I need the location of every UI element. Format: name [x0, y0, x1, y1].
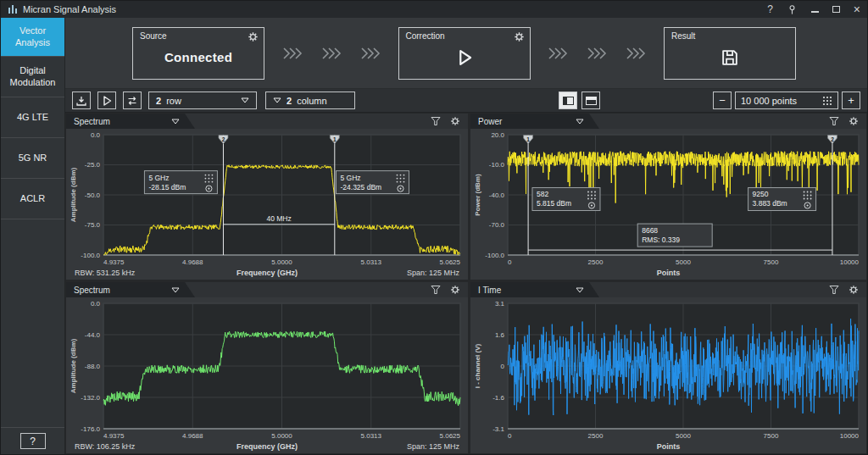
panel-title-tab[interactable]: Power — [470, 114, 599, 129]
layout-left-toggle[interactable] — [559, 92, 577, 109]
chevron-right-icon — [320, 47, 342, 60]
loop-icon — [126, 95, 138, 107]
sidebar-item-5g-nr[interactable]: 5G NR — [1, 138, 64, 179]
i-time-plot-area[interactable]: 3.11.60-1.6-3.1025005000750010000I - cha… — [470, 297, 866, 441]
panel-header-icons — [829, 285, 866, 295]
points-decrease-button[interactable]: − — [713, 92, 732, 109]
points-selector[interactable]: 10 000 points — [735, 92, 838, 109]
power-chart[interactable]: 20.0-10.0-40.0-70.0-100.0025005000750010… — [470, 129, 866, 267]
points-control-group: − 10 000 points + — [713, 92, 860, 109]
minimize-button[interactable] — [811, 7, 819, 13]
panel-header-icons — [829, 116, 866, 126]
spectrum2-plot-area[interactable]: 0.0-44.0-88.0-132.0-176.04.93754.96885.0… — [66, 297, 468, 441]
gear-icon[interactable] — [450, 116, 460, 126]
svg-text:3.883 dBm: 3.883 dBm — [753, 199, 787, 208]
source-box[interactable]: Source Connected — [132, 27, 264, 80]
svg-text:-1.6: -1.6 — [492, 394, 504, 402]
svg-text:5.0313: 5.0313 — [361, 432, 382, 440]
correction-box[interactable]: Correction — [398, 27, 531, 80]
chevron-down-icon[interactable] — [241, 97, 249, 103]
svg-text:1: 1 — [526, 136, 530, 142]
pin-button[interactable] — [787, 4, 798, 15]
spectrum2-chart[interactable]: 0.0-44.0-88.0-132.0-176.04.93754.96885.0… — [66, 297, 468, 441]
svg-text:2: 2 — [222, 136, 225, 142]
svg-text:2500: 2500 — [588, 258, 604, 266]
svg-text:0: 0 — [501, 363, 505, 370]
sidebar-item-label: 4G LTE — [17, 112, 48, 124]
svg-text:-10.0: -10.0 — [489, 161, 505, 169]
gear-icon[interactable] — [849, 116, 859, 126]
flow-arrows — [531, 47, 665, 60]
svg-text:582: 582 — [537, 190, 548, 198]
gear-icon[interactable] — [450, 285, 460, 295]
svg-text:8668: 8668 — [642, 226, 658, 235]
svg-text:-70.0: -70.0 — [489, 221, 505, 229]
chevron-down-icon[interactable] — [273, 97, 281, 103]
svg-text:0: 0 — [508, 258, 512, 266]
svg-text:-100.0: -100.0 — [81, 252, 100, 259]
spectrum-chart[interactable]: 0.0-25.0-50.0-75.0-100.04.93754.96885.00… — [66, 129, 468, 267]
sidebar-item-label: 5G NR — [19, 153, 47, 164]
download-icon — [75, 95, 87, 107]
sidebar-help-button[interactable]: ? — [20, 433, 46, 449]
panel-title-tab[interactable]: Spectrum — [66, 282, 195, 297]
svg-text:5000: 5000 — [676, 432, 691, 440]
svg-text:-3.1: -3.1 — [492, 425, 504, 433]
chevron-right-icon — [586, 47, 608, 60]
panel-spectrum-bottom: Spectrum 0.0-44.0-88.0-132.0-176.04.9375… — [66, 282, 468, 453]
filter-icon[interactable] — [829, 116, 839, 126]
rows-selector[interactable]: 2 row — [148, 92, 257, 109]
panel-header: I Time — [470, 282, 866, 297]
run-button[interactable] — [97, 92, 116, 109]
filter-icon[interactable] — [431, 285, 441, 295]
svg-text:-28.15 dBm: -28.15 dBm — [148, 183, 186, 191]
play-icon[interactable] — [455, 48, 474, 67]
i-time-chart[interactable]: 3.11.60-1.6-3.1025005000750010000I - cha… — [470, 297, 866, 441]
sidebar-item-aclr[interactable]: ACLR — [1, 179, 64, 219]
svg-text:40 MHz: 40 MHz — [266, 214, 291, 223]
gear-icon[interactable] — [849, 285, 859, 295]
help-button[interactable]: ? — [767, 4, 773, 14]
panel-title-tab[interactable]: I Time — [470, 282, 599, 297]
repeat-button[interactable] — [123, 92, 142, 109]
svg-text:4.9688: 4.9688 — [182, 432, 203, 440]
svg-text:0: 0 — [508, 432, 512, 440]
svg-text:-24.325 dBm: -24.325 dBm — [340, 183, 381, 191]
panel-footer: RBW: 531.25 kHz Frequency (GHz) Span: 12… — [66, 267, 468, 280]
svg-text:7500: 7500 — [764, 258, 779, 266]
points-increase-button[interactable]: + — [842, 92, 860, 109]
sidebar-item-digital-modulation[interactable]: Digital Modulation — [1, 57, 64, 97]
power-plot-area[interactable]: 20.0-10.0-40.0-70.0-100.0025005000750010… — [470, 129, 866, 267]
svg-text:-50.0: -50.0 — [85, 191, 101, 199]
sidebar-item-vector-analysis[interactable]: Vector Analysis — [1, 18, 64, 57]
chevron-down-icon — [576, 119, 584, 125]
chart-grid: Spectrum 0.0-25.0-50.0-75.0-100.04.93754… — [65, 113, 867, 454]
save-icon[interactable] — [721, 48, 739, 67]
svg-text:4.9688: 4.9688 — [182, 258, 203, 266]
svg-text:5.0625: 5.0625 — [440, 432, 461, 440]
layout-top-toggle[interactable] — [581, 92, 600, 109]
result-box[interactable]: Result — [664, 27, 796, 80]
svg-text:2500: 2500 — [588, 432, 604, 440]
spectrum-plot-area[interactable]: 0.0-25.0-50.0-75.0-100.04.93754.96885.00… — [66, 129, 468, 267]
chevron-down-icon — [576, 287, 584, 293]
svg-text:5 GHz: 5 GHz — [148, 174, 169, 182]
filter-icon[interactable] — [431, 116, 441, 126]
panel-title-tab[interactable]: Spectrum — [66, 114, 195, 129]
svg-text:4.9375: 4.9375 — [103, 258, 125, 266]
sidebar-item-4g-lte[interactable]: 4G LTE — [1, 97, 64, 138]
sidebar-item-label: ACLR — [20, 193, 45, 205]
layout-toggle-group — [559, 92, 600, 109]
columns-selector[interactable]: 2 column — [265, 92, 355, 109]
filter-icon[interactable] — [829, 285, 839, 295]
app-icon — [8, 4, 18, 14]
import-button[interactable] — [72, 92, 91, 109]
play-icon — [101, 95, 113, 107]
rows-value: 2 — [156, 96, 161, 106]
sidebar-item-label: Vector Analysis — [5, 25, 60, 49]
close-button[interactable]: × — [854, 3, 860, 15]
maximize-button[interactable] — [832, 6, 840, 13]
points-value: 10 000 points — [741, 96, 822, 106]
panel-header: Spectrum — [66, 282, 468, 297]
sidebar-footer: ? — [1, 427, 64, 454]
